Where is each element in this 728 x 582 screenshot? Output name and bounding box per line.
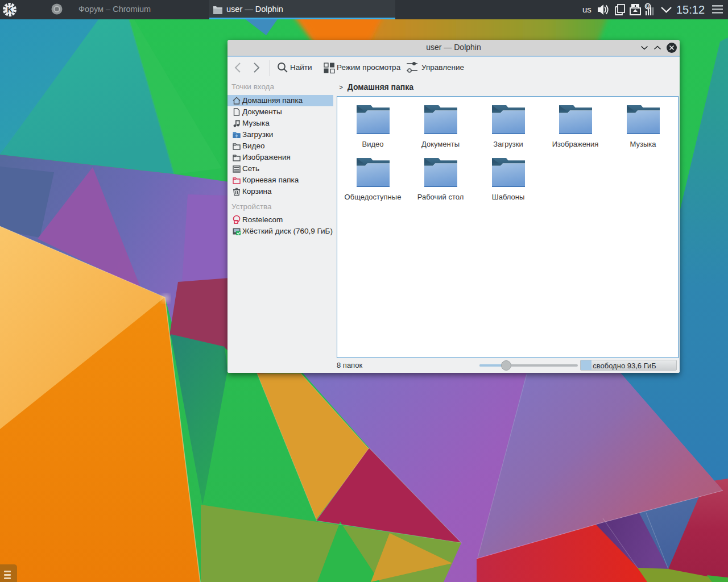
svg-text:15:12: 15:12: [676, 3, 705, 16]
svg-text:Найти: Найти: [290, 63, 312, 72]
svg-text:user — Dolphin: user — Dolphin: [226, 5, 283, 14]
svg-text:Режим просмотра: Режим просмотра: [337, 63, 401, 72]
svg-text:U: U: [646, 4, 650, 9]
svg-text:Форум – Chromium: Форум – Chromium: [78, 5, 151, 14]
svg-text:K: K: [7, 5, 13, 14]
svg-text:Управление: Управление: [421, 63, 464, 72]
svg-text:us: us: [582, 5, 592, 14]
